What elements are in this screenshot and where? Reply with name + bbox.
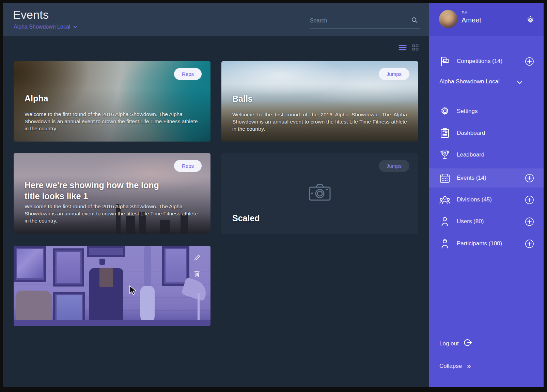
sidebar-item-users[interactable]: Users (80) xyxy=(429,212,544,231)
grid-view-icon[interactable] xyxy=(412,44,419,51)
app-window: Events Alpha Showdown Local xyxy=(3,3,544,387)
sidebar-item-events[interactable]: Events (14) xyxy=(429,168,544,187)
sidebar-item-label: Settings xyxy=(457,108,478,115)
logout-button[interactable]: Log out xyxy=(439,339,472,348)
scoring-badge[interactable]: Jumps xyxy=(379,68,409,80)
clipboard-icon xyxy=(439,128,451,138)
event-card-photo[interactable] xyxy=(14,246,210,326)
collapse-label: Collapse xyxy=(439,363,462,370)
sidebar-item-label: Divisions (45) xyxy=(457,196,492,203)
scoring-badge[interactable]: Reps xyxy=(174,68,202,80)
logout-label: Log out xyxy=(439,340,459,347)
sidebar: SA Ameet Competitions (14) Alpha Showdow… xyxy=(429,3,544,387)
event-card-scaled[interactable]: Jumps Scaled xyxy=(221,153,418,234)
participant-icon xyxy=(439,239,451,249)
user-name: Ameet xyxy=(462,16,481,24)
selector-underline xyxy=(439,90,521,90)
chevron-down-icon xyxy=(517,80,522,86)
gear-icon[interactable] xyxy=(526,15,535,25)
sidebar-item-label: Leadboard xyxy=(457,151,484,158)
sidebar-item-dashboard[interactable]: Dashboard xyxy=(429,124,544,143)
scoring-badge[interactable]: Jumps xyxy=(379,160,409,172)
add-participant-button[interactable] xyxy=(525,239,534,248)
logout-icon xyxy=(464,339,472,348)
delete-icon[interactable] xyxy=(193,270,201,279)
event-card-alpha[interactable]: Reps Alpha Welcome to the first round of… xyxy=(14,61,210,142)
avatar[interactable] xyxy=(439,10,457,28)
edit-icon[interactable] xyxy=(193,254,201,263)
user-role-badge: SA xyxy=(462,10,467,15)
view-toggles xyxy=(398,44,419,51)
hover-tint xyxy=(14,246,210,326)
add-division-button[interactable] xyxy=(525,195,534,205)
card-actions xyxy=(193,254,201,279)
search-bar xyxy=(310,13,420,29)
add-user-button[interactable] xyxy=(525,217,534,226)
add-event-button[interactable] xyxy=(525,174,534,183)
sidebar-item-participants[interactable]: Participants (100) xyxy=(429,234,544,253)
calendar-icon xyxy=(439,173,451,183)
event-title: Alpha xyxy=(25,93,48,104)
flag-icon xyxy=(439,56,451,67)
add-competition-button[interactable] xyxy=(525,57,534,66)
sidebar-item-label: Users (80) xyxy=(457,218,484,225)
chevron-down-icon xyxy=(73,24,78,30)
selected-competition: Alpha Showdown Local xyxy=(439,78,521,85)
search-icon[interactable] xyxy=(411,16,418,25)
sidebar-item-label: Events (14) xyxy=(457,175,486,181)
event-title: Scaled xyxy=(232,213,260,224)
events-content: Reps Alpha Welcome to the first round of… xyxy=(3,36,429,387)
gear-icon xyxy=(439,106,451,116)
camera-placeholder-icon xyxy=(309,183,331,203)
event-card-long-title[interactable]: Reps Here we're showing how the long tit… xyxy=(14,153,210,234)
group-icon xyxy=(439,195,451,205)
event-description: Welcome to the first round of the 2016 A… xyxy=(232,111,407,133)
sidebar-item-settings[interactable]: Settings xyxy=(429,102,544,121)
event-title: Here we're showing how the long title lo… xyxy=(25,180,161,201)
sidebar-item-label: Participants (100) xyxy=(457,240,502,247)
sidebar-item-divisions[interactable]: Divisions (45) xyxy=(429,190,544,209)
event-cover-image xyxy=(14,246,210,326)
event-title: Balls xyxy=(232,94,253,104)
trophy-icon xyxy=(439,150,451,160)
competition-selector-label: Alpha Showdown Local xyxy=(14,24,70,30)
event-description: Welcome to the first round of the 2016 A… xyxy=(25,111,199,132)
user-icon xyxy=(439,216,451,227)
mouse-cursor xyxy=(129,285,138,297)
page-header: Events Alpha Showdown Local xyxy=(3,3,429,36)
competition-selector[interactable]: Alpha Showdown Local xyxy=(14,24,78,30)
sidebar-item-label: Competitions (14) xyxy=(457,58,502,65)
sidebar-competition-selector[interactable]: Alpha Showdown Local xyxy=(439,78,521,90)
event-card-balls[interactable]: Jumps Balls Welcome to the first round o… xyxy=(221,61,418,142)
list-view-icon[interactable] xyxy=(398,45,407,51)
search-input[interactable] xyxy=(310,18,411,24)
user-profile[interactable]: SA Ameet xyxy=(429,3,544,36)
sidebar-item-leadboard[interactable]: Leadboard xyxy=(429,145,544,164)
scoring-badge[interactable]: Reps xyxy=(174,160,202,172)
page-title: Events xyxy=(13,8,49,21)
collapse-icon: » xyxy=(467,362,470,370)
sidebar-item-competitions[interactable]: Competitions (14) xyxy=(429,52,544,71)
collapse-button[interactable]: Collapse » xyxy=(439,362,470,370)
sidebar-item-label: Dashboard xyxy=(457,130,485,136)
event-description: Welcome to the first round of the 2016 A… xyxy=(25,203,199,225)
